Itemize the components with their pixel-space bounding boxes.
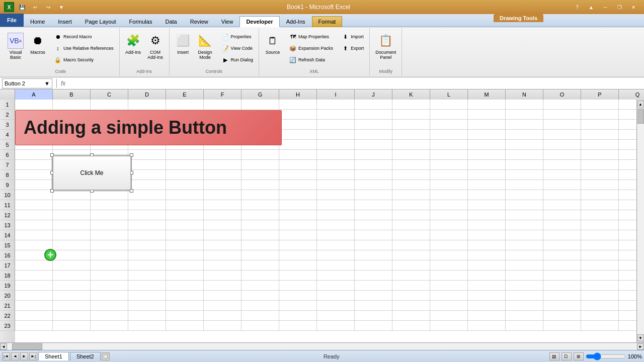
col-header-o[interactable]: O — [543, 89, 581, 100]
tab-format[interactable]: Format — [312, 16, 343, 27]
save-qat-button[interactable]: 💾 — [17, 3, 27, 12]
import-button[interactable]: ⬇ Import — [339, 31, 366, 42]
source-button[interactable]: 🗒 Source — [262, 31, 283, 56]
col-header-h[interactable]: H — [279, 89, 317, 100]
tab-review[interactable]: Review — [184, 16, 215, 27]
cell-d1[interactable] — [128, 100, 166, 110]
cell-p1[interactable] — [581, 100, 619, 110]
title-merged-cell[interactable]: Adding a simple Button — [15, 110, 282, 145]
design-mode-button[interactable]: 📐 DesignMode — [195, 31, 216, 61]
sheet-nav-first[interactable]: |◄ — [2, 352, 10, 360]
sheet-tab-1[interactable]: Sheet1 — [38, 352, 69, 360]
sheet-nav-prev[interactable]: ◄ — [11, 352, 19, 360]
cell-e1[interactable] — [166, 100, 204, 110]
col-header-b[interactable]: B — [53, 89, 91, 100]
sheet-nav-next[interactable]: ► — [20, 352, 28, 360]
ribbon-toggle-button[interactable]: ▲ — [585, 3, 598, 12]
document-panel-button[interactable]: 📋 DocumentPanel — [373, 31, 398, 61]
zoom-slider[interactable] — [586, 354, 626, 358]
expansion-packs-button[interactable]: 📦 Expansion Packs — [286, 43, 336, 54]
view-code-button[interactable]: 📝 View Code — [219, 43, 256, 54]
tab-pagelayout[interactable]: Page Layout — [78, 16, 123, 27]
minimize-button[interactable]: ─ — [599, 3, 612, 12]
col-header-p[interactable]: P — [581, 89, 619, 100]
row-num-6[interactable]: 6 — [0, 150, 15, 160]
col-header-m[interactable]: M — [468, 89, 506, 100]
row-num-18[interactable]: 18 — [0, 270, 15, 281]
tab-file[interactable]: File — [0, 14, 24, 27]
tab-view[interactable]: View — [215, 16, 240, 27]
row-num-23[interactable]: 23 — [0, 321, 15, 331]
export-button[interactable]: ⬆ Export — [339, 43, 366, 54]
name-box[interactable]: Button 2 ▼ — [2, 78, 52, 88]
run-dialog-button[interactable]: ▶ Run Dialog — [219, 54, 256, 65]
row-num-15[interactable]: 15 — [0, 240, 15, 250]
cell-j1[interactable] — [355, 100, 392, 110]
col-header-g[interactable]: G — [242, 89, 279, 100]
redo-qat-button[interactable]: ↪ — [43, 3, 53, 12]
cell-l1[interactable] — [430, 100, 468, 110]
hscrollbar-track[interactable] — [7, 343, 637, 350]
row-num-13[interactable]: 13 — [0, 220, 15, 230]
scrollbar-thumb[interactable] — [637, 109, 644, 124]
customize-qat-button[interactable]: ▼ — [56, 3, 66, 12]
col-header-j[interactable]: J — [355, 89, 392, 100]
cell-k1[interactable] — [392, 100, 430, 110]
cell-o1[interactable] — [543, 100, 581, 110]
macro-security-button[interactable]: 🔒 Macro Security — [51, 54, 116, 65]
scrollbar-track[interactable] — [637, 108, 644, 334]
properties-button[interactable]: 📄 Properties — [219, 31, 256, 42]
add-ins-button[interactable]: 🧩 Add-Ins — [123, 31, 144, 56]
macros-button[interactable]: ⏺ Macros — [27, 31, 48, 56]
col-header-k[interactable]: K — [392, 89, 430, 100]
hscrollbar-thumb[interactable] — [12, 343, 42, 350]
sheet-tab-2[interactable]: Sheet2 — [70, 352, 101, 360]
visual-basic-button[interactable]: VBA VisualBasic — [5, 31, 26, 61]
com-add-ins-button[interactable]: ⚙ COMAdd-Ins — [145, 31, 166, 61]
drawing-tools-tab[interactable]: Drawing Tools — [494, 14, 543, 22]
close-button[interactable]: ✕ — [627, 3, 640, 12]
help-button[interactable]: ? — [571, 3, 584, 12]
tab-home[interactable]: Home — [24, 16, 51, 27]
insert-control-button[interactable]: ⬜ Insert — [173, 31, 194, 56]
row-num-7[interactable]: 7 — [0, 160, 15, 170]
vertical-scrollbar[interactable]: ▲ ▼ — [636, 100, 644, 342]
cell-h1[interactable] — [279, 100, 317, 110]
tab-insert[interactable]: Insert — [51, 16, 78, 27]
cell-i1[interactable] — [317, 100, 355, 110]
row-num-8[interactable]: 8 — [0, 170, 15, 180]
click-me-button[interactable]: Click Me — [53, 156, 131, 190]
row-num-20[interactable]: 20 — [0, 291, 15, 301]
record-macro-button[interactable]: ⏺ Record Macro — [51, 31, 116, 42]
name-box-dropdown[interactable]: ▼ — [44, 80, 50, 86]
row-num-14[interactable]: 14 — [0, 230, 15, 240]
tab-formulas[interactable]: Formulas — [123, 16, 159, 27]
row-num-9[interactable]: 9 — [0, 180, 15, 190]
col-header-a[interactable]: A — [15, 89, 53, 100]
cell-a1[interactable] — [15, 100, 53, 110]
horizontal-scrollbar[interactable]: ◄ ► — [0, 342, 644, 350]
formula-input[interactable] — [69, 78, 642, 88]
undo-qat-button[interactable]: ↩ — [30, 3, 40, 12]
col-header-d[interactable]: D — [128, 89, 166, 100]
scrollbar-right-button[interactable]: ► — [637, 343, 644, 350]
map-properties-button[interactable]: 🗺 Map Properties — [286, 31, 336, 42]
row-num-3[interactable]: 3 — [0, 120, 15, 130]
scrollbar-left-button[interactable]: ◄ — [0, 343, 7, 350]
row-num-17[interactable]: 17 — [0, 260, 15, 270]
row-num-12[interactable]: 12 — [0, 210, 15, 220]
row-num-19[interactable]: 19 — [0, 281, 15, 291]
tab-data[interactable]: Data — [158, 16, 183, 27]
row-num-2[interactable]: 2 — [0, 110, 15, 120]
row-num-1[interactable]: 1 — [0, 100, 15, 110]
scrollbar-up-button[interactable]: ▲ — [637, 101, 644, 108]
row-num-21[interactable]: 21 — [0, 301, 15, 311]
col-header-q[interactable]: Q — [619, 89, 644, 100]
cell-q1[interactable] — [619, 100, 636, 110]
cell-b1[interactable] — [53, 100, 91, 110]
page-layout-view-button[interactable]: 🗋 — [561, 352, 572, 360]
refresh-data-button[interactable]: 🔄 Refresh Data — [286, 54, 336, 65]
row-num-10[interactable]: 10 — [0, 190, 15, 200]
restore-button[interactable]: ❐ — [613, 3, 626, 12]
insert-sheet-button[interactable]: 📋 — [102, 352, 110, 360]
